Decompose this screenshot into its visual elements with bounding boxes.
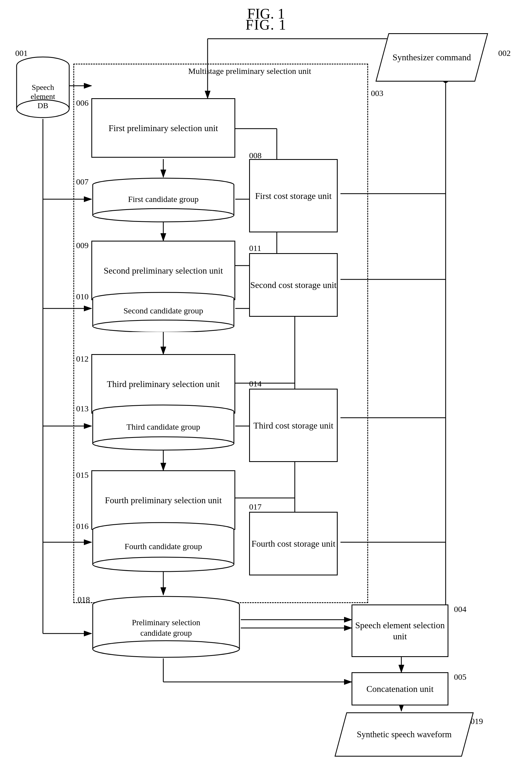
concatenation-unit: Concatenation unit (352, 672, 448, 706)
label-006: 006 (76, 98, 89, 108)
label-011: 011 (249, 243, 261, 253)
label-019: 019 (471, 716, 483, 726)
label-002: 002 (498, 49, 511, 58)
label-010: 010 (76, 292, 89, 301)
svg-text:DB: DB (38, 101, 49, 110)
label-017: 017 (249, 502, 262, 511)
svg-point-64 (93, 437, 234, 450)
page-title: FIG. 1 (0, 6, 532, 22)
second-preliminary-selection: Second preliminary selection unit (91, 241, 235, 300)
label-012: 012 (76, 354, 89, 363)
first-cost-storage: First cost storage unit (249, 159, 338, 232)
fourth-preliminary-selection: Fourth preliminary selection unit (91, 470, 235, 530)
multistage-label: Multistage preliminary selection unit (188, 66, 311, 76)
svg-text:Third candidate group: Third candidate group (126, 422, 200, 431)
label-001: 001 (15, 49, 28, 58)
svg-text:element: element (31, 92, 55, 101)
svg-text:Speech: Speech (32, 83, 54, 91)
diagram: FIG. 1 (0, 0, 532, 741)
second-cost-storage: Second cost storage unit (249, 253, 338, 317)
label-005: 005 (454, 672, 466, 682)
svg-text:candidate group: candidate group (140, 629, 192, 637)
synthesizer-command: Synthesizer command (382, 33, 481, 82)
second-candidate-group: Second candidate group (91, 292, 235, 332)
speech-element-db: Speech element DB (15, 55, 71, 119)
synthetic-speech-waveform: Synthetic speech waveform (340, 712, 468, 757)
svg-point-58 (93, 320, 234, 332)
svg-text:Second candidate group: Second candidate group (124, 306, 203, 315)
third-cost-storage: Third cost storage unit (249, 389, 338, 462)
svg-point-52 (93, 209, 234, 222)
first-candidate-group: First candidate group (91, 177, 235, 223)
label-015: 015 (76, 470, 89, 480)
speech-element-selection: Speech element selection unit (352, 604, 448, 657)
label-014: 014 (249, 379, 262, 388)
label-007: 007 (76, 177, 89, 187)
first-preliminary-selection: First preliminary selection unit (91, 98, 235, 158)
label-009: 009 (76, 241, 89, 250)
label-008: 008 (249, 151, 262, 160)
svg-text:First candidate group: First candidate group (128, 194, 199, 204)
svg-point-76 (93, 641, 239, 657)
fourth-cost-storage: Fourth cost storage unit (249, 512, 338, 575)
label-004: 004 (454, 604, 466, 614)
fourth-candidate-group: Fourth candidate group (91, 522, 235, 573)
svg-text:Fourth candidate group: Fourth candidate group (124, 542, 202, 551)
label-013: 013 (76, 404, 89, 413)
svg-text:Preliminary selection: Preliminary selection (132, 618, 200, 627)
svg-point-70 (93, 557, 234, 571)
label-018: 018 (78, 595, 90, 604)
label-016: 016 (76, 522, 89, 531)
third-candidate-group: Third candidate group (91, 404, 235, 451)
preliminary-selection-candidate: Preliminary selection candidate group (91, 595, 241, 658)
label-003: 003 (371, 88, 383, 98)
